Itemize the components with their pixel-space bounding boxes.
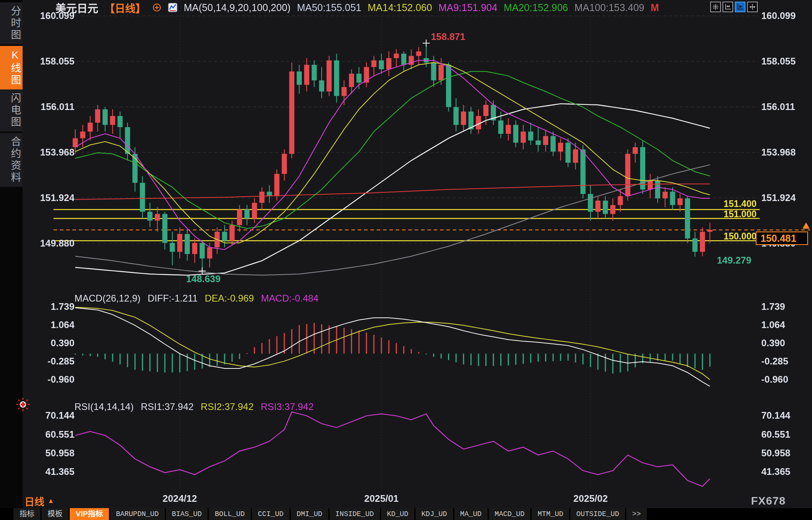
macd-diff-value: DIFF:-1.211 (148, 293, 198, 304)
swing-high-label: 158.871 (431, 32, 490, 42)
macd-tick: 1.064 (761, 320, 809, 330)
tab-kdj-ud[interactable]: KDJ_UD (416, 508, 453, 520)
tab-boll-ud[interactable]: BOLL_UD (209, 508, 251, 520)
chart-header: 美元日元 【日线】 MA(50,14,9,20,100,200) MA50:15… (55, 1, 659, 14)
period-selector[interactable]: 日线 ▲ (25, 494, 54, 508)
macd-value: MACD:-0.484 (261, 293, 318, 304)
period-label: 日线 (25, 494, 44, 508)
recent-low-label: 149.279 (717, 255, 776, 266)
rsi-tick: 41.365 (761, 467, 809, 477)
macd-tick: 0.390 (761, 338, 809, 348)
rsi2-value: RSI2:37.942 (201, 401, 254, 412)
ma50-value: MA50:155.051 (297, 2, 362, 13)
date-label: 2025/02 (559, 493, 622, 504)
ma14-value: MA14:152.060 (368, 2, 432, 13)
macd-tick: -0.960 (28, 374, 74, 385)
period-tag: 【日线】 (105, 0, 146, 15)
rsi-tick: 70.144 (761, 410, 809, 421)
price-tick: 149.880 (28, 238, 74, 249)
macd-tick: -0.960 (761, 374, 809, 385)
price-tick: 160.099 (761, 11, 809, 21)
swing-low-label: 148.639 (186, 274, 246, 284)
price-tick: 151.924 (28, 193, 74, 203)
price-tick: 158.055 (28, 56, 74, 66)
sidebar-item-lightning-chart[interactable]: 闪电图 (0, 89, 23, 131)
level-label-151000: 151.000 (697, 209, 757, 220)
tab-template[interactable]: 模板 (42, 508, 69, 520)
tab-inside-ud[interactable]: INSIDE_UD (330, 508, 380, 520)
tab-outside-ud[interactable]: OUTSIDE_UD (570, 508, 625, 520)
tab-barupdn-ud[interactable]: BARUPDN_UD (110, 508, 165, 520)
tab-indicator[interactable]: 指标 (13, 508, 40, 520)
macd-tick: 0.390 (28, 338, 74, 348)
axis-scale-button[interactable] (722, 2, 733, 12)
chart-toolbar (710, 2, 758, 12)
price-tick: 153.968 (28, 147, 74, 158)
price-tick: 158.055 (761, 56, 809, 66)
ma-settings-label: MA(50,14,9,20,100,200) (184, 2, 291, 13)
price-tick: 156.011 (28, 102, 74, 112)
price-up-arrow-icon (802, 222, 810, 229)
symbol-title: 美元日元 (55, 0, 98, 15)
ma9-value: MA9:151.904 (438, 2, 497, 13)
circle-plus-icon[interactable] (152, 3, 162, 12)
tab-dmi-ud[interactable]: DMI_UD (291, 508, 328, 520)
level-label-151400: 151.400 (697, 199, 757, 209)
fx678-watermark: FX678 (751, 495, 786, 507)
pan-crosshair-button[interactable] (710, 2, 721, 12)
rsi1-value: RSI1:37.942 (141, 401, 193, 412)
price-tick: 153.968 (761, 147, 809, 158)
rsi-tick: 60.551 (761, 429, 809, 440)
macd-tick: -0.285 (28, 356, 74, 366)
ma20-value: MA20:152.906 (504, 2, 568, 13)
sidebar-item-timeshare-chart[interactable]: 分时图 (0, 2, 23, 44)
macd-tick: 1.064 (28, 320, 74, 330)
indicator-tab-bar: 指标 模板 VIP指标 BARUPDN_UD BIAS_UD BOLL_UD C… (0, 508, 812, 520)
tab-cci-ud[interactable]: CCI_UD (252, 508, 290, 520)
level-label-150000: 150.000 (697, 231, 757, 242)
date-label: 2025/01 (350, 493, 413, 504)
rsi-tick: 50.958 (28, 448, 74, 458)
ma200-value-truncated: M (651, 2, 659, 13)
tab-bias-ud[interactable]: BIAS_UD (166, 508, 208, 520)
macd-tick: 1.739 (761, 302, 809, 312)
tab-vip-indicator[interactable]: VIP指标 (70, 508, 109, 520)
macd-title: MACD(26,12,9) (74, 293, 141, 304)
period-arrow-icon: ▲ (48, 497, 54, 505)
sidebar-item-contract-info[interactable]: 合约资料 (0, 133, 23, 187)
sidebar-item-candlestick-chart[interactable]: K线图 (0, 46, 23, 89)
rsi-tick: 60.551 (28, 429, 74, 440)
shift-axis-button[interactable] (747, 2, 758, 12)
price-tick: 151.924 (761, 193, 809, 203)
rsi-pane-header: RSI(14,14,14) RSI1:37.942 RSI2:37.942 RS… (74, 401, 314, 412)
date-label: 2024/12 (148, 493, 212, 504)
ma100-value: MA100:153.409 (574, 2, 644, 13)
tab-mtm-ud[interactable]: MTM_UD (532, 508, 569, 520)
macd-tick: 1.739 (28, 302, 74, 312)
tabbar-spacer (0, 508, 13, 520)
rsi-title: RSI(14,14,14) (74, 401, 133, 412)
rsi-tick: 41.365 (28, 467, 74, 477)
tab-kd-ud[interactable]: KD_UD (381, 508, 414, 520)
rsi-tick: 70.144 (28, 410, 74, 421)
tab-ma-ud[interactable]: MA_UD (454, 508, 488, 520)
macd-pane-header: MACD(26,12,9) DIFF:-1.211 DEA:-0.969 MAC… (74, 293, 318, 304)
last-price-box: 150.481 (756, 232, 808, 245)
left-sidebar: 分时图 K线图 闪电图 合约资料 (0, 0, 23, 508)
macd-tick: -0.285 (761, 356, 809, 366)
macd-dea-value: DEA:-0.969 (205, 293, 254, 304)
tab-more[interactable]: >> (626, 508, 647, 520)
price-tick: 156.011 (761, 102, 809, 112)
target-icon[interactable] (15, 397, 30, 412)
tab-macd-ud[interactable]: MACD_UD (489, 508, 531, 520)
auto-scale-button[interactable] (735, 2, 745, 12)
chart-canvas[interactable] (0, 0, 812, 520)
rsi3-value: RSI3:37.942 (261, 401, 313, 412)
chart-type-icon[interactable] (168, 3, 177, 12)
rsi-tick: 50.958 (761, 448, 809, 458)
